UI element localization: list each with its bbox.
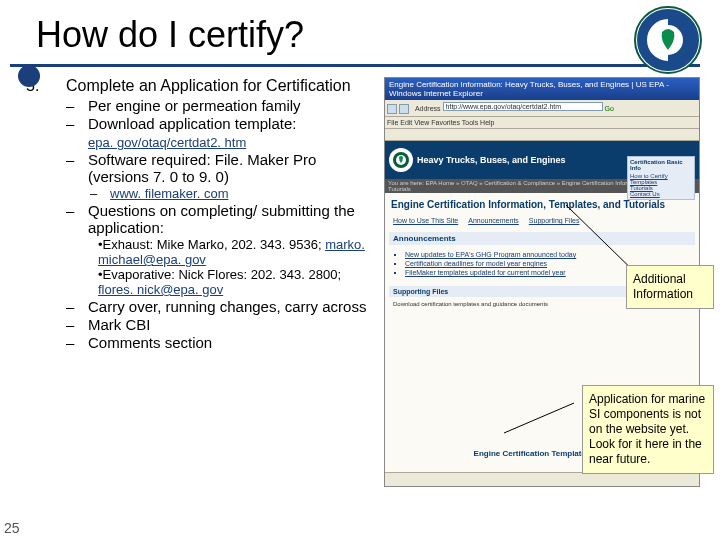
bullet-mark-cbi: Mark CBI	[88, 316, 378, 333]
step-heading: Complete an Application for Certificatio…	[66, 77, 378, 95]
bullet-questions: Questions on completing/ submitting the …	[88, 202, 378, 236]
bullet-software-required: Software required: File. Maker Pro (vers…	[88, 151, 378, 185]
browser-linkbar	[385, 129, 699, 141]
contact-evaporative: Evaporative: Nick Flores: 202. 343. 2800…	[103, 267, 341, 282]
bullet-comments: Comments section	[88, 334, 378, 351]
epa-logo	[634, 6, 702, 74]
epa-header-title: Heavy Trucks, Buses, and Engines	[417, 155, 566, 165]
status-bar	[385, 472, 699, 486]
content-outline: 5. Complete an Application for Certifica…	[26, 77, 378, 487]
sidebar-box: Certification Basic Info How to Certify …	[627, 156, 695, 200]
decorative-dot	[18, 65, 40, 87]
nav-link: How to Use This Site	[393, 217, 458, 224]
svg-line-6	[504, 403, 574, 433]
browser-toolbar: Address http://www.epa.gov/otaq/certdat2…	[385, 100, 699, 117]
window-titlebar: Engine Certification Information: Heavy …	[385, 78, 699, 100]
callout-additional-info: Additional Information	[626, 265, 714, 309]
contact-exhaust: Exhaust: Mike Marko, 202. 343. 9536;	[103, 237, 322, 252]
link-filemaker[interactable]: www. filemaker. com	[110, 186, 228, 201]
slide-title: How do I certify?	[0, 0, 720, 64]
epa-seal-icon	[389, 148, 413, 172]
back-icon	[387, 104, 397, 114]
page-number: 25	[4, 520, 20, 536]
nav-link: Announcements	[468, 217, 519, 224]
bullet-engine-family: Per engine or permeation family	[88, 97, 378, 114]
bullet-carry-over: Carry over, running changes, carry acros…	[88, 298, 378, 315]
bullet-download-template: Download application template:	[88, 115, 378, 132]
link-template-url[interactable]: epa. gov/otaq/certdat2. htm	[88, 135, 246, 150]
address-bar: http://www.epa.gov/otaq/certdat2.htm	[443, 102, 603, 111]
go-button: Go	[605, 105, 614, 112]
link-email-flores[interactable]: flores. nick@epa. gov	[98, 282, 223, 297]
callout-marine-si: Application for marine SI components is …	[582, 385, 714, 474]
browser-menubar: File Edit View Favorites Tools Help	[385, 117, 699, 129]
callout-line-2	[504, 397, 584, 437]
forward-icon	[399, 104, 409, 114]
